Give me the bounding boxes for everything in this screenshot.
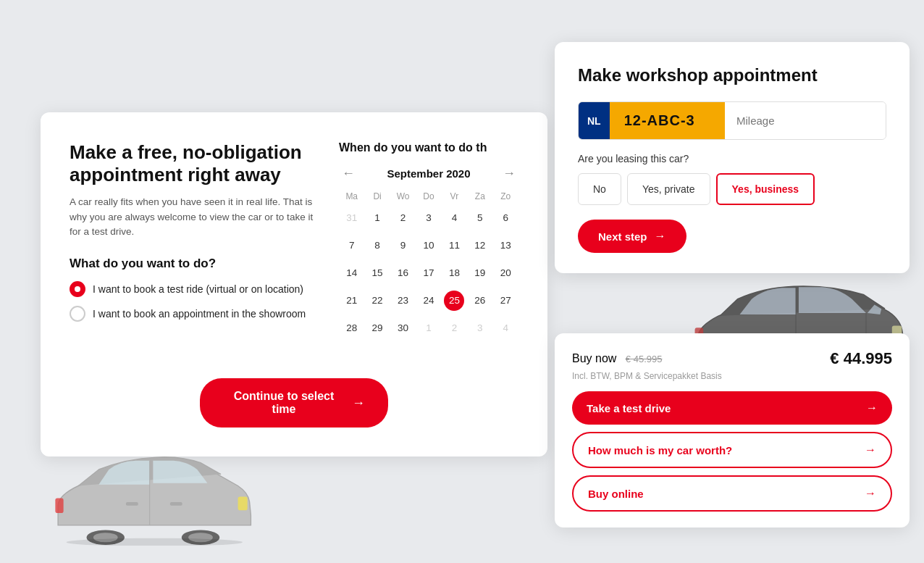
continue-btn-label: Continue to select time — [223, 390, 345, 416]
license-nl-badge: NL — [579, 102, 610, 139]
cal-day[interactable]: 1 — [364, 204, 390, 232]
cal-day[interactable]: 19 — [467, 259, 492, 287]
buy-online-btn[interactable]: Buy online → — [572, 475, 892, 512]
day-header-za: Za — [467, 188, 492, 204]
cal-day[interactable]: 22 — [364, 287, 390, 314]
lease-business-btn[interactable]: Yes, business — [716, 173, 815, 205]
car-left-svg — [38, 437, 255, 546]
left-section: Make a free, no-obligation appointment r… — [70, 141, 316, 342]
cal-day[interactable]: 28 — [339, 314, 364, 342]
radio-circle-2 — [70, 306, 85, 322]
cal-day[interactable]: 13 — [493, 232, 518, 259]
day-header-vr: Vr — [442, 188, 467, 204]
next-step-btn[interactable]: Next step → — [578, 220, 686, 253]
next-step-label: Next step — [598, 230, 647, 243]
arrow-icon: → — [352, 396, 365, 411]
main-title: Make a free, no-obligation appointment r… — [70, 141, 316, 186]
test-drive-btn[interactable]: Take a test drive → — [572, 391, 892, 425]
cal-day[interactable]: 30 — [390, 314, 416, 342]
cal-day[interactable]: 26 — [467, 287, 492, 314]
workshop-card: Make workshop appointment NL 12-ABC-3 Ar… — [555, 42, 910, 273]
license-row: NL 12-ABC-3 — [578, 101, 886, 140]
main-subtitle: A car really fits when you have seen it … — [70, 195, 316, 239]
calendar-nav: ← September 2020 → — [339, 166, 518, 181]
what-todo-label: What do you want to do? — [70, 257, 316, 271]
day-header-wo: Wo — [390, 188, 416, 204]
test-drive-label: Take a test drive — [587, 402, 671, 414]
buy-online-label: Buy online — [588, 488, 644, 500]
svg-rect-5 — [238, 497, 248, 511]
cal-day[interactable]: 1 — [416, 314, 441, 342]
cal-day[interactable]: 15 — [364, 259, 390, 287]
calendar-title: When do you want to do th — [339, 141, 518, 154]
arrow-icon: → — [865, 487, 876, 500]
car-left-image — [38, 437, 255, 549]
prev-month-btn[interactable]: ← — [339, 166, 358, 181]
price-label: Buy now € 45.995 — [572, 352, 662, 365]
price-sub-label: Incl. BTW, BPM & Servicepakket Basis — [572, 371, 892, 381]
mileage-input[interactable] — [725, 102, 886, 139]
workshop-title: Make workshop appointment — [578, 65, 886, 86]
cal-day[interactable]: 11 — [442, 232, 467, 259]
lease-no-btn[interactable]: No — [578, 173, 621, 205]
calendar-section: When do you want to do th ← September 20… — [339, 141, 518, 342]
cal-day[interactable]: 23 — [390, 287, 416, 314]
cal-day[interactable]: 20 — [493, 259, 518, 287]
cal-day[interactable]: 2 — [390, 204, 416, 232]
cal-day[interactable]: 10 — [416, 232, 441, 259]
cal-day[interactable]: 21 — [339, 287, 364, 314]
lease-private-btn[interactable]: Yes, private — [627, 173, 710, 205]
svg-rect-8 — [170, 502, 182, 506]
table-row: 28 29 30 1 2 3 4 — [339, 314, 518, 342]
continue-to-time-btn[interactable]: Continue to select time → — [200, 378, 388, 428]
cal-day[interactable]: 9 — [390, 232, 416, 259]
cal-day[interactable]: 7 — [339, 232, 364, 259]
table-row: 7 8 9 10 11 12 13 — [339, 232, 518, 259]
calendar-grid: Ma Di Wo Do Vr Za Zo 31 1 — [339, 188, 518, 342]
cal-day[interactable]: 18 — [442, 259, 467, 287]
cal-day[interactable]: 12 — [467, 232, 492, 259]
svg-rect-7 — [126, 502, 138, 506]
cal-day[interactable]: 3 — [467, 314, 492, 342]
radio-label-1: I want to book a test ride (virtual or o… — [93, 283, 303, 295]
radio-test-ride[interactable]: I want to book a test ride (virtual or o… — [70, 281, 316, 297]
cal-day[interactable]: 2 — [442, 314, 467, 342]
arrow-icon: → — [655, 230, 666, 243]
cal-day[interactable]: 24 — [416, 287, 441, 314]
cal-day[interactable]: 27 — [493, 287, 518, 314]
cal-day[interactable]: 5 — [467, 204, 492, 232]
arrow-icon: → — [866, 401, 878, 414]
cal-day[interactable]: 29 — [364, 314, 390, 342]
cal-day[interactable]: 4 — [493, 314, 518, 342]
day-header-ma: Ma — [339, 188, 364, 204]
table-row: 14 15 16 17 18 19 20 — [339, 259, 518, 287]
radio-label-2: I want to book an appointment in the sho… — [93, 308, 306, 320]
cal-day[interactable]: 31 — [339, 204, 364, 232]
cal-day[interactable]: 3 — [416, 204, 441, 232]
cal-day[interactable]: 6 — [493, 204, 518, 232]
cal-day[interactable]: 17 — [416, 259, 441, 287]
radio-circle-1 — [70, 281, 85, 297]
table-row: 31 1 2 3 4 5 6 — [339, 204, 518, 232]
radio-group: I want to book a test ride (virtual or o… — [70, 281, 316, 322]
car-worth-label: How much is my car worth? — [588, 444, 732, 456]
cal-day[interactable]: 16 — [390, 259, 416, 287]
car-worth-btn[interactable]: How much is my car worth? → — [572, 432, 892, 468]
radio-showroom[interactable]: I want to book an appointment in the sho… — [70, 306, 316, 322]
arrow-icon: → — [865, 443, 876, 456]
price-current: € 44.995 — [830, 349, 892, 368]
cal-day[interactable]: 14 — [339, 259, 364, 287]
calendar-month: September 2020 — [387, 167, 470, 180]
day-header-do: Do — [416, 188, 441, 204]
leasing-options: No Yes, private Yes, business — [578, 173, 886, 205]
cal-day[interactable]: 4 — [442, 204, 467, 232]
leasing-label: Are you leasing this car? — [578, 153, 886, 164]
cal-day-selected[interactable]: 25 — [442, 287, 467, 314]
price-original: € 45.995 — [626, 354, 663, 364]
price-row: Buy now € 45.995 € 44.995 — [572, 349, 892, 368]
cal-day[interactable]: 8 — [364, 232, 390, 259]
next-month-btn[interactable]: → — [500, 166, 518, 181]
day-header-di: Di — [364, 188, 390, 204]
svg-rect-6 — [55, 498, 63, 513]
day-header-zo: Zo — [493, 188, 518, 204]
